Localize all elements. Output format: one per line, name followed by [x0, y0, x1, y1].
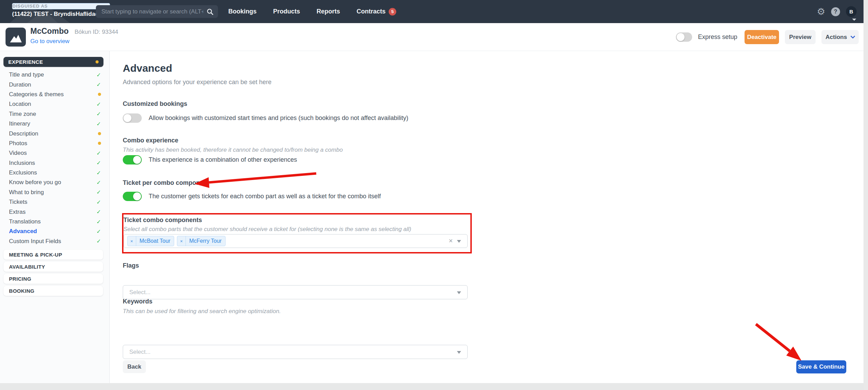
dropdown-caret-icon[interactable]: [457, 291, 461, 294]
sidebar-item-custom-input-fields[interactable]: Custom Input Fields ✓: [0, 237, 109, 246]
nav-reports[interactable]: Reports: [317, 8, 340, 15]
help-icon[interactable]: ?: [831, 7, 840, 16]
actions-button[interactable]: Actions: [821, 30, 859, 44]
combo-experience-text: This experience is a combination of othe…: [149, 156, 297, 163]
sidebar-section-pricing[interactable]: PRICING: [3, 274, 103, 284]
selected-tag: × McBoat Tour: [127, 236, 174, 246]
ticket-components-label: Ticket combo components: [123, 217, 202, 224]
nav-products[interactable]: Products: [273, 8, 300, 15]
page-title: McCombo: [30, 27, 69, 36]
incomplete-dot-icon: [98, 132, 101, 135]
check-icon: ✓: [97, 170, 101, 176]
customized-bookings-text: Allow bookings with customized start tim…: [149, 114, 408, 122]
sidebar-item-location[interactable]: Location ✓: [0, 99, 109, 109]
incomplete-dot-icon: [98, 142, 101, 145]
top-navbar: DISGUISED AS (11422) TEST - BryndisHafli…: [0, 0, 868, 23]
keywords-select[interactable]: Select...: [123, 345, 468, 359]
deactivate-button[interactable]: Deactivate: [745, 30, 779, 44]
check-icon: ✓: [97, 189, 101, 196]
mountain-icon: [9, 34, 22, 42]
sidebar-item-exclusions[interactable]: Exclusions ✓: [0, 168, 109, 178]
ticket-components-hint: Select all combo parts that the customer…: [123, 226, 411, 233]
product-header: McCombo Bókun ID: 93344 Go to overview E…: [0, 23, 868, 51]
sidebar-item-title-and-type[interactable]: Title and type ✓: [0, 70, 109, 80]
sidebar-item-itinerary[interactable]: Itinerary ✓: [0, 119, 109, 129]
check-icon: ✓: [97, 121, 101, 127]
sidebar-item-advanced[interactable]: Advanced ✓: [0, 227, 109, 236]
section-subtitle: Advanced options for your experience can…: [123, 79, 271, 86]
contracts-count-badge: 5: [389, 8, 396, 16]
nav-contracts[interactable]: Contracts 5: [357, 8, 396, 16]
ticket-components-multiselect[interactable]: × McBoat Tour × McFerry Tour ×: [123, 234, 468, 248]
gear-icon[interactable]: ⚙: [817, 7, 825, 16]
check-icon: ✓: [97, 160, 101, 166]
sidebar-item-duration[interactable]: Duration ✓: [0, 80, 109, 89]
customized-bookings-label: Customized bookings: [123, 100, 187, 108]
remove-tag-icon[interactable]: ×: [177, 236, 186, 246]
disguised-account-name: (11422) TEST - BryndisHaflidadottir: [12, 10, 110, 18]
check-icon: ✓: [97, 209, 101, 215]
sidebar-item-description[interactable]: Description: [0, 129, 109, 138]
express-setup-toggle[interactable]: [676, 32, 692, 42]
page-background-strip: [0, 383, 868, 390]
keywords-hint: This can be used for filtering and searc…: [123, 308, 281, 315]
sidebar-section-meeting-pick-up[interactable]: MEETING & PICK-UP: [3, 250, 103, 260]
check-icon: ✓: [97, 228, 101, 235]
sidebar-items: Title and type ✓ Duration ✓ Categories &…: [0, 70, 109, 246]
customized-bookings-toggle[interactable]: [123, 113, 142, 123]
sidebar: EXPERIENCE Title and type ✓ Duration ✓ C…: [0, 51, 110, 383]
sidebar-item-tickets[interactable]: Tickets ✓: [0, 197, 109, 207]
search-input[interactable]: [96, 8, 207, 15]
sidebar-item-categories-themes[interactable]: Categories & themes: [0, 90, 109, 99]
avatar[interactable]: B: [846, 6, 857, 17]
check-icon: ✓: [97, 111, 101, 117]
sidebar-item-what-to-bring[interactable]: What to bring ✓: [0, 188, 109, 197]
chevron-down-icon: [850, 34, 855, 39]
check-icon: ✓: [97, 72, 101, 78]
sidebar-item-extras[interactable]: Extras ✓: [0, 207, 109, 217]
sidebar-section-experience[interactable]: EXPERIENCE: [3, 57, 103, 67]
check-icon: ✓: [97, 150, 101, 157]
navbar-right-cluster: ⚙ ? B: [817, 0, 857, 23]
main-content: Advanced Advanced options for your exper…: [110, 51, 864, 383]
search-icon: [207, 8, 213, 15]
check-icon: ✓: [97, 219, 101, 225]
sidebar-section-availability[interactable]: AVAILABILITY: [3, 262, 103, 272]
keywords-label: Keywords: [123, 298, 152, 305]
sidebar-item-inclusions[interactable]: Inclusions ✓: [0, 158, 109, 168]
disguised-as-block: DISGUISED AS (11422) TEST - BryndisHafli…: [12, 3, 110, 18]
go-to-overview-link[interactable]: Go to overview: [30, 38, 69, 45]
sidebar-item-translations[interactable]: Translations ✓: [0, 217, 109, 227]
disguised-as-label: DISGUISED AS: [12, 3, 110, 9]
sidebar-item-photos[interactable]: Photos: [0, 139, 109, 148]
page-scrollbar[interactable]: [864, 0, 868, 390]
combo-experience-label: Combo experience: [123, 137, 178, 144]
preview-button[interactable]: Preview: [785, 30, 816, 44]
sidebar-item-time-zone[interactable]: Time zone ✓: [0, 109, 109, 119]
incomplete-dot-icon: [98, 93, 101, 96]
dropdown-caret-icon[interactable]: [457, 351, 461, 353]
sidebar-item-know-before-you-go[interactable]: Know before you go ✓: [0, 178, 109, 187]
global-search[interactable]: [96, 5, 218, 18]
selected-tag: × McFerry Tour: [177, 236, 226, 246]
combo-experience-toggle[interactable]: [123, 155, 142, 164]
nav-bookings[interactable]: Bookings: [228, 8, 257, 15]
sidebar-item-videos[interactable]: Videos ✓: [0, 148, 109, 158]
section-status-dot: [96, 60, 99, 63]
combo-experience-hint: This activity has been booked, therefore…: [123, 147, 343, 153]
chevron-down-icon: [852, 19, 856, 21]
save-continue-button[interactable]: Save & Continue: [796, 360, 846, 373]
ticket-per-combo-toggle[interactable]: [123, 192, 142, 201]
remove-tag-icon[interactable]: ×: [128, 236, 136, 246]
user-menu[interactable]: B: [846, 6, 857, 17]
sidebar-section-booking[interactable]: BOOKING: [3, 286, 103, 296]
check-icon: ✓: [97, 199, 101, 206]
primary-nav: Bookings Products Reports Contracts 5: [228, 0, 396, 23]
dropdown-caret-icon[interactable]: [457, 240, 461, 243]
clear-selection-icon[interactable]: ×: [449, 237, 453, 244]
back-button[interactable]: Back: [123, 360, 146, 373]
check-icon: ✓: [97, 238, 101, 244]
product-logo: [6, 28, 26, 47]
ticket-per-combo-label: Ticket per combo component: [123, 179, 209, 187]
flags-select[interactable]: Select...: [123, 285, 468, 299]
